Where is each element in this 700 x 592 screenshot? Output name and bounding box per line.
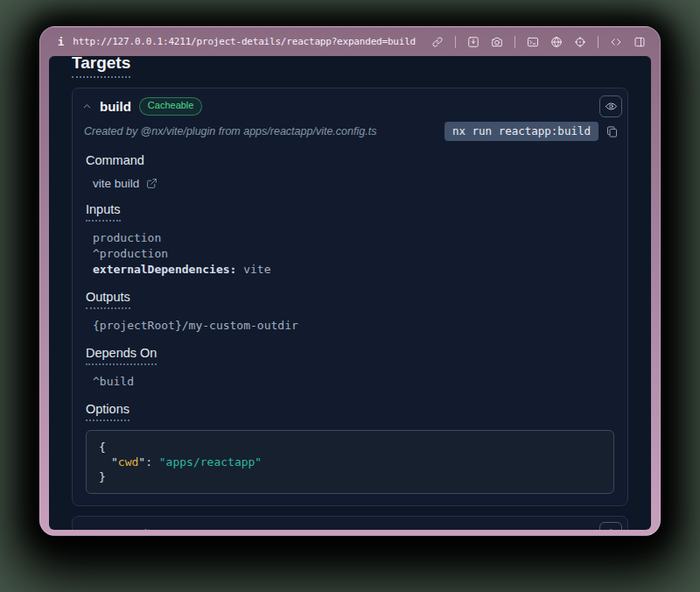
eye-icon — [605, 100, 618, 113]
section-inputs: Inputs production ^production externalDe… — [73, 201, 627, 278]
camera-icon[interactable] — [491, 36, 503, 48]
input-item: production — [93, 230, 614, 246]
serve-card-header[interactable]: serve vite serve — [73, 517, 627, 530]
page-title: Targets — [72, 56, 130, 78]
eye-icon — [605, 526, 618, 530]
project-details-view: Targets build Cacheable Created by @nx/v… — [49, 56, 651, 530]
input-item: ^production — [93, 246, 614, 262]
target-name: serve — [100, 526, 132, 531]
titlebar-actions — [431, 36, 646, 48]
kv-key: externalDependencies: — [93, 263, 236, 276]
section-label: Command — [86, 153, 144, 167]
build-target-card: build Cacheable Created by @nx/vite/plug… — [72, 88, 628, 506]
run-command-chip: nx run reactapp:build — [444, 122, 598, 141]
created-by-text: Created by @nx/vite/plugin from apps/rea… — [84, 125, 438, 137]
target-icon[interactable] — [574, 36, 586, 48]
panel-icon[interactable] — [634, 36, 646, 48]
serve-target-card: serve vite serve — [72, 516, 628, 530]
kv-value: vite — [236, 263, 270, 276]
section-label: Options — [86, 402, 130, 421]
code-icon[interactable] — [610, 36, 622, 48]
section-label: Depends On — [86, 346, 157, 365]
url-text: http://127.0.0.1:4211/project-details/re… — [73, 36, 423, 47]
chevron-down-icon — [82, 528, 92, 530]
depends-item: ^build — [93, 374, 614, 390]
import-icon[interactable] — [467, 36, 480, 48]
titlebar: i http://127.0.0.1:4211/project-details/… — [49, 27, 651, 56]
browser-window: i http://127.0.0.1:4211/project-details/… — [39, 26, 661, 536]
view-target-button[interactable] — [599, 95, 622, 117]
created-by-row: Created by @nx/vite/plugin from apps/rea… — [73, 117, 627, 141]
toolbar-divider — [598, 36, 598, 48]
section-label: Inputs — [86, 202, 121, 222]
globe-icon[interactable] — [550, 36, 563, 48]
serve-summary: vite serve — [139, 526, 188, 530]
section-depends-on: Depends On ^build — [73, 345, 627, 390]
command-value: vite build — [93, 177, 614, 190]
target-name: build — [100, 99, 131, 114]
copy-button[interactable] — [606, 125, 619, 138]
terminal-icon[interactable] — [527, 36, 539, 48]
section-label: Outputs — [86, 290, 130, 309]
json-line: "cwd": "apps/reactapp" — [99, 455, 601, 469]
output-item: {projectRoot}/my-custom-outdir — [93, 318, 614, 334]
copy-icon — [606, 125, 619, 138]
cacheable-badge: Cacheable — [139, 97, 203, 115]
toolbar-divider — [514, 36, 515, 48]
json-line: { — [99, 440, 601, 455]
toolbar-divider — [455, 36, 456, 48]
section-options: Options { "cwd": "apps/reactapp" } — [73, 401, 627, 494]
json-line: } — [99, 469, 601, 484]
external-link-icon[interactable] — [146, 178, 158, 189]
chevron-up-icon — [82, 102, 92, 111]
link-icon[interactable] — [431, 36, 444, 48]
build-card-header[interactable]: build Cacheable — [73, 88, 627, 117]
section-command: Command vite build — [73, 152, 627, 190]
options-code-block: { "cwd": "apps/reactapp" } — [86, 430, 614, 494]
view-target-button[interactable] — [599, 522, 622, 530]
info-icon: i — [58, 36, 64, 48]
section-outputs: Outputs {projectRoot}/my-custom-outdir — [73, 289, 627, 334]
input-item: externalDependencies: vite — [93, 262, 614, 278]
